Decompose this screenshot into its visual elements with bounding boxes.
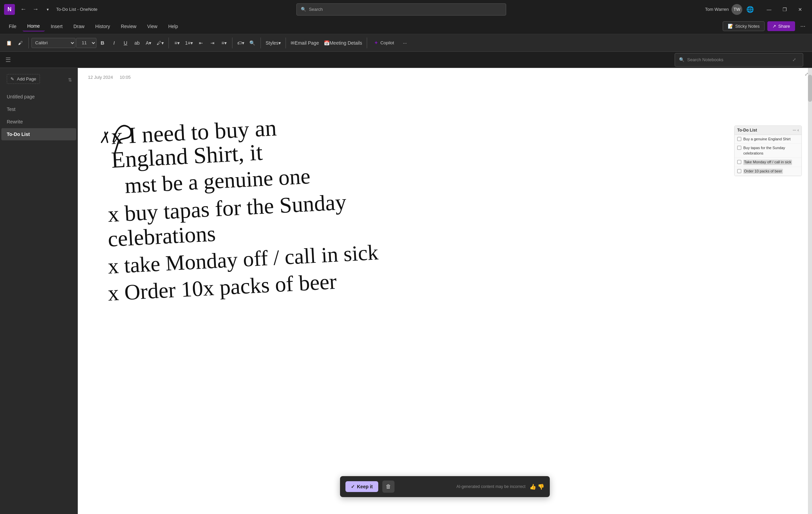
hamburger-button[interactable]: ☰ (5, 56, 11, 64)
sticky-notes-icon: 📝 (728, 24, 733, 29)
todo-item-3: Order 10 packs of beer (735, 167, 802, 176)
underline-button[interactable]: U (120, 38, 131, 48)
font-select[interactable]: Calibri (31, 38, 75, 48)
trash-icon: 🗑 (386, 484, 391, 490)
email-page-button[interactable]: ✉ Email Page (289, 38, 321, 48)
todo-panel-header: To-Do List ··· ‹ (735, 126, 802, 135)
search-tags-button[interactable]: 🔍 (247, 38, 258, 48)
menu-right-area: 📝 Sticky Notes ↗ Share ··· (723, 21, 808, 31)
sidebar-pages: Untitled page Test Rewrite To-Do List (0, 91, 77, 140)
search-notebooks-bar[interactable]: 🔍 Search Notebooks ⤢ (675, 53, 803, 67)
back-button[interactable]: ← (18, 4, 28, 15)
highlight-button[interactable]: 🖊▾ (155, 38, 166, 48)
meeting-details-button[interactable]: 📅 Meeting Details (322, 38, 364, 48)
search-label: Search (309, 7, 323, 12)
bullet-list-button[interactable]: ≡▾ (172, 38, 182, 48)
menu-draw[interactable]: Draw (69, 22, 89, 31)
menu-insert[interactable]: Insert (46, 22, 67, 31)
more-options-button[interactable]: ··· (798, 21, 808, 31)
user-info: Tom Warren TW 🌐 (705, 4, 755, 15)
expand-search-button[interactable]: ⤢ (789, 55, 799, 65)
todo-panel-options[interactable]: ··· (793, 128, 796, 133)
tags-button[interactable]: 🏷▾ (235, 38, 246, 48)
todo-checkbox-1[interactable] (737, 146, 741, 150)
search-notebooks-label: Search Notebooks (687, 57, 723, 62)
tags-group: 🏷▾ 🔍 (235, 38, 261, 48)
onenote-logo: N (4, 4, 15, 15)
todo-checkbox-3[interactable] (737, 169, 741, 173)
sticky-notes-button[interactable]: 📝 Sticky Notes (723, 21, 765, 31)
sidebar-item-todo[interactable]: To-Do List (1, 128, 76, 140)
email-icon: ✉ (291, 40, 295, 46)
history-button[interactable]: ▾ (43, 4, 53, 15)
menu-home[interactable]: Home (23, 21, 45, 31)
sidebar: ✎ Add Page ⇅ Untitled page Test Rewrite … (0, 68, 78, 514)
vertical-scrollbar[interactable] (808, 68, 812, 514)
window-title: To-Do List - OneNote (56, 7, 97, 12)
styles-group: Styles ▾ (264, 38, 286, 48)
bold-button[interactable]: B (97, 38, 108, 48)
handwriting-area: x I need to buy an England Shirt, it mst… (98, 115, 403, 335)
todo-item-0: Buy a genuine England Shirt (735, 135, 802, 144)
increase-indent-button[interactable]: ⇥ (207, 38, 218, 48)
minimize-button[interactable]: — (761, 4, 777, 15)
decrease-indent-button[interactable]: ⇤ (196, 38, 206, 48)
menu-review[interactable]: Review (116, 22, 141, 31)
todo-checkbox-0[interactable] (737, 137, 741, 141)
cloud-icon[interactable]: 🌐 (745, 4, 755, 15)
alignment-button[interactable]: ≡▾ (219, 38, 229, 48)
formatting-toolbar: 📋 🖌 Calibri 11 B I U ab A▾ 🖊▾ ≡▾ 1≡▾ ⇤ ⇥… (0, 34, 812, 52)
main-layout: ✎ Add Page ⇅ Untitled page Test Rewrite … (0, 68, 812, 514)
menu-file[interactable]: File (4, 22, 21, 31)
share-button[interactable]: ↗ Share (767, 21, 795, 31)
font-size-select[interactable]: 11 (76, 38, 96, 48)
avatar[interactable]: TW (731, 4, 742, 15)
paste-button[interactable]: 📋 (3, 38, 14, 48)
numbered-list-button[interactable]: 1≡▾ (183, 38, 195, 48)
menu-help[interactable]: Help (163, 22, 183, 31)
todo-text-1: Buy tapas for the Sunday celebrations (743, 145, 799, 156)
font-color-button[interactable]: A▾ (143, 38, 154, 48)
keep-button[interactable]: ✓ Keep it (345, 481, 378, 492)
search-box[interactable]: 🔍 Search (296, 3, 506, 16)
share-icon: ↗ (772, 24, 776, 29)
copilot-button[interactable]: ✦ Copilot (370, 38, 398, 48)
more-toolbar-button[interactable]: ··· (400, 38, 410, 48)
user-name: Tom Warren (705, 7, 729, 12)
scrollbar-thumb[interactable] (808, 75, 812, 102)
title-bar: N ← → ▾ To-Do List - OneNote 🔍 Search To… (0, 0, 812, 19)
handwriting-svg: x I need to buy an England Shirt, it mst… (98, 115, 403, 335)
forward-button[interactable]: → (30, 4, 41, 15)
ai-notice: AI-generated content may be incorrect (399, 484, 525, 489)
menu-view[interactable]: View (142, 22, 162, 31)
search-notebooks-icon: 🔍 (679, 57, 684, 62)
format-painter-button[interactable]: 🖌 (15, 38, 26, 48)
window-controls: — ❐ ✕ (761, 4, 808, 15)
sidebar-item-test[interactable]: Test (1, 103, 76, 115)
add-page-button[interactable]: ✎ Add Page (7, 74, 40, 84)
page[interactable]: 12 July 2024 10:05 x I need to buy an En… (78, 68, 812, 514)
calendar-icon: 📅 (324, 40, 330, 46)
discard-button[interactable]: 🗑 (382, 481, 394, 493)
restore-button[interactable]: ❐ (777, 4, 792, 15)
thumbs-down-button[interactable]: 👎 (538, 484, 544, 490)
font-group: Calibri 11 B I U ab A▾ 🖊▾ (31, 38, 169, 48)
sidebar-item-untitled[interactable]: Untitled page (1, 91, 76, 103)
todo-text-0: Buy a genuine England Shirt (743, 137, 790, 142)
styles-button[interactable]: Styles ▾ (264, 38, 283, 48)
menu-history[interactable]: History (91, 22, 115, 31)
nav-controls: ← → ▾ (18, 4, 53, 15)
todo-panel: To-Do List ··· ‹ Buy a genuine England S… (734, 125, 802, 176)
sidebar-item-rewrite[interactable]: Rewrite (1, 116, 76, 128)
todo-panel-title: To-Do List (737, 128, 757, 133)
thumbs-up-button[interactable]: 👍 (529, 484, 536, 490)
sort-button[interactable]: ⇅ (68, 77, 72, 83)
page-date: 12 July 2024 (88, 75, 113, 80)
todo-panel-collapse[interactable]: ‹ (797, 128, 799, 133)
search-icon: 🔍 (301, 7, 306, 12)
todo-checkbox-2[interactable] (737, 160, 741, 164)
italic-button[interactable]: I (109, 38, 119, 48)
strikethrough-button[interactable]: ab (132, 38, 142, 48)
close-button[interactable]: ✕ (792, 4, 808, 15)
svg-text:celebrations: celebrations (107, 221, 216, 251)
